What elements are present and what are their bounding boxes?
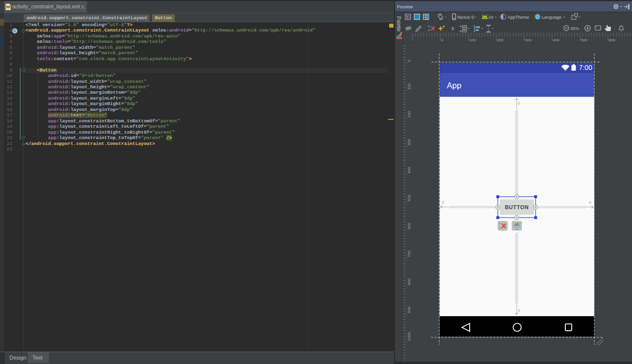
svg-text:600: 600 xyxy=(407,222,411,229)
svg-text:500: 500 xyxy=(407,195,411,202)
svg-text:Preview: Preview xyxy=(397,4,413,9)
svg-text:8: 8 xyxy=(442,200,444,205)
svg-text:BUTTON: BUTTON xyxy=(505,204,528,210)
svg-text:C: C xyxy=(13,29,16,33)
svg-text:ab: ab xyxy=(514,222,519,227)
svg-text:400: 400 xyxy=(553,38,560,42)
svg-text:Palette: Palette xyxy=(396,16,401,32)
svg-text:AppTheme: AppTheme xyxy=(508,15,529,20)
svg-text:0: 0 xyxy=(407,60,411,62)
svg-text:8: 8 xyxy=(589,200,592,205)
svg-text:500: 500 xyxy=(581,38,588,42)
svg-text:0: 0 xyxy=(441,38,443,42)
svg-text:App: App xyxy=(447,81,462,90)
svg-text:300: 300 xyxy=(407,139,411,146)
svg-text:24: 24 xyxy=(488,15,493,20)
svg-text:1000: 1000 xyxy=(407,332,411,341)
svg-text:Nexus 5: Nexus 5 xyxy=(458,15,474,20)
svg-text:800: 800 xyxy=(407,278,411,285)
svg-text:100: 100 xyxy=(407,83,411,90)
svg-text:8: 8 xyxy=(518,308,520,313)
svg-text:400: 400 xyxy=(407,167,411,174)
svg-text:8: 8 xyxy=(518,101,520,106)
svg-text:300: 300 xyxy=(525,38,532,42)
svg-text:7:00: 7:00 xyxy=(579,64,592,72)
svg-text:8: 8 xyxy=(452,26,454,31)
svg-text:600: 600 xyxy=(609,38,616,42)
svg-text:900: 900 xyxy=(407,306,411,313)
svg-text:200: 200 xyxy=(497,38,504,42)
svg-text:700: 700 xyxy=(407,251,411,257)
svg-text:100: 100 xyxy=(469,38,476,42)
svg-text:Language: Language xyxy=(542,15,561,20)
svg-text:35%: 35% xyxy=(570,26,579,31)
svg-text:200: 200 xyxy=(407,111,411,118)
